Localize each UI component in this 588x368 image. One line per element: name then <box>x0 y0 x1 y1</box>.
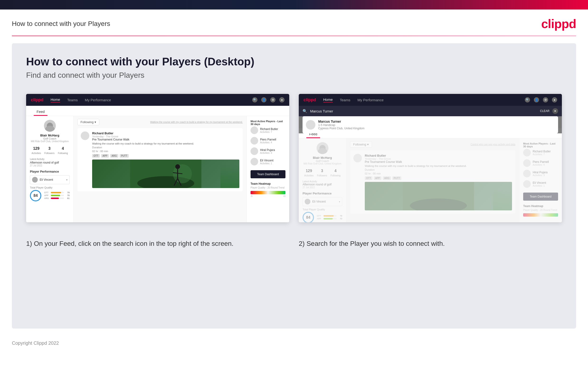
heatmap-labels: -5 +5 <box>251 195 285 197</box>
player-item: Richard Butler Activities: 7 <box>251 127 285 134</box>
tag-putt: PUTT <box>120 154 129 158</box>
nav-myperformance-1[interactable]: My Performance <box>85 98 111 102</box>
settings-icon-2[interactable]: ⚙ <box>543 97 548 102</box>
search-icon[interactable]: 🔍 <box>252 97 257 102</box>
nav-home-2[interactable]: Home <box>323 97 333 102</box>
player-info: Piers Parnell Activities: 4 <box>260 138 285 144</box>
profile-role: Golf Coach <box>30 137 70 140</box>
activity-person: Richard Butler <box>92 131 239 135</box>
right-panel-2: Most Active Players - Last 30 days Richa… <box>519 138 562 222</box>
player-info: Hiral Pujara Activities: 3 <box>260 148 285 154</box>
score-bars: OTT 79 APP 70 <box>44 191 70 200</box>
app-logo-1: clippd <box>31 97 44 102</box>
nav-teams-1[interactable]: Teams <box>67 98 78 102</box>
caption-area: 1) On your Feed, click on the search ico… <box>26 234 562 253</box>
header-divider <box>12 36 576 36</box>
avatar-icon-2[interactable]: ● <box>552 97 557 102</box>
logo: clippd <box>541 17 576 31</box>
activity-meta: Yesterday - The Grove <box>92 135 239 138</box>
player-avatar <box>251 147 258 155</box>
player-name: Piers Parnell <box>533 160 558 164</box>
player-info: Eli Vincent Activities: 1 <box>533 181 558 187</box>
activity-image <box>92 159 239 188</box>
settings-icon[interactable]: ⚙ <box>270 97 275 102</box>
clear-button[interactable]: CLEAR <box>540 109 550 113</box>
result-name: Marcus Turner <box>318 120 365 123</box>
stats-row: 129 Activities 3 Followers 4 Following <box>30 147 70 155</box>
player-item: Hiral Pujara Activities: 3 <box>251 147 285 155</box>
activity-card: Richard Butler Yesterday - The Grove Pre… <box>77 128 243 191</box>
main-heading: How to connect with your Players (Deskto… <box>26 55 562 68</box>
player-avatar <box>523 149 531 156</box>
heatmap-subtitle: Player Quality - 20 Round Trend <box>251 186 285 189</box>
profile-icon[interactable]: 👤 <box>261 97 266 102</box>
player-avatar <box>251 127 258 134</box>
close-button[interactable]: ✕ <box>552 108 558 114</box>
following-button[interactable]: Following ▾ <box>77 119 99 125</box>
nav-teams-2[interactable]: Teams <box>340 98 350 102</box>
profile-name: Blair McHarg <box>30 134 70 137</box>
following-button-2[interactable]: Following ▾ <box>350 141 372 148</box>
player-name: Eli Vincent <box>260 159 285 162</box>
team-dashboard-button-2[interactable]: Team Dashboard <box>523 193 558 201</box>
player-info: Piers Parnell Activities: 4 <box>533 160 558 166</box>
player-name: Richard Butler <box>260 128 285 131</box>
player-activities: Activities: 3 <box>533 174 558 177</box>
player-name: Hiral Pujara <box>260 148 285 152</box>
player-avatar <box>251 137 258 145</box>
main-subheading: Find and connect with your Players <box>26 71 562 80</box>
team-dashboard-button[interactable]: Team Dashboard <box>251 170 285 178</box>
player-item: Hiral Pujara Activities: 3 <box>523 170 558 177</box>
player-item: Piers Parnell Activities: 4 <box>523 159 558 167</box>
screenshot-2: clippd Home Teams My Performance 🔍 👤 ⚙ ● <box>299 94 562 222</box>
player-item: Eli Vincent Activities: 1 <box>523 180 558 188</box>
player-activities: Activities: 1 <box>260 162 285 165</box>
avatar-icon[interactable]: ● <box>279 97 284 102</box>
player-name: Eli Vincent <box>533 181 558 184</box>
nav-icons-2: 🔍 👤 ⚙ ● <box>525 97 557 102</box>
app-content-2: Blair McHarg Golf Coach Mill Ride Golf C… <box>299 138 562 222</box>
stat-activities: 129 Activities <box>32 147 41 155</box>
bar-app: APP 70 <box>44 194 70 197</box>
tag-arg: ARG <box>110 154 118 158</box>
player-name: Richard Butler <box>533 150 558 153</box>
player-activities: Activities: 1 <box>533 184 558 187</box>
dropdown-arrow-icon: ▾ <box>66 179 67 181</box>
player-avatar-sm <box>32 177 38 183</box>
middle-panel-2: Following ▾ Control who can see your act… <box>346 138 519 222</box>
top-bar <box>0 0 588 9</box>
player-select[interactable]: Eli Vincent ▾ <box>30 175 70 184</box>
bar-arg: ARG 61 <box>44 197 70 199</box>
nav-myperformance-2[interactable]: My Performance <box>357 98 384 102</box>
nav-home-1[interactable]: Home <box>51 97 60 102</box>
bar-ott: OTT 79 <box>44 191 70 194</box>
left-panel-1: Blair McHarg Golf Coach Mill Ride Golf C… <box>26 116 74 222</box>
middle-panel-1: Following ▾ Walking the course with my c… <box>74 116 246 222</box>
profile-icon-2[interactable]: 👤 <box>534 97 539 102</box>
latest-activity: Latest Activity Afternoon round of golf … <box>30 158 70 167</box>
result-handicap: 1-5 Handicap <box>318 123 365 127</box>
player-activities: Activities: 4 <box>260 141 285 144</box>
player-name: Hiral Pujara <box>533 171 558 174</box>
duration-value: 02 hr : 00 min <box>92 150 239 153</box>
search-icon-2[interactable]: 🔍 <box>525 97 530 102</box>
feed-tab-1[interactable]: Feed <box>34 108 47 116</box>
heatmap-title: Team Heatmap <box>251 182 285 185</box>
activity-title: Afternoon round of golf <box>30 161 70 164</box>
main-content: How to connect with your Players (Deskto… <box>12 43 576 329</box>
profile-club: Mill Ride Golf Club, United Kingdom <box>30 140 70 143</box>
search-input[interactable]: Marcus Turner <box>310 109 537 113</box>
player-activities: Activities: 4 <box>533 164 558 166</box>
copyright: Copyright Clippd 2022 <box>12 340 59 346</box>
app-navbar-2: clippd Home Teams My Performance 🔍 👤 ⚙ ● <box>299 94 562 106</box>
player-info: Eli Vincent Activities: 1 <box>260 159 285 165</box>
player-activities: Activities: 7 <box>533 153 558 156</box>
nav-icons-1: 🔍 👤 ⚙ ● <box>252 97 284 102</box>
player-name: Piers Parnell <box>260 138 285 141</box>
players-list-1: Richard Butler Activities: 7 Piers Parne… <box>251 127 285 166</box>
stat-following: 4 Following <box>58 147 68 155</box>
stat-followers: 3 Followers <box>44 147 55 155</box>
score-circle: 84 <box>30 190 41 201</box>
profile-section-2: Blair McHarg Golf Coach Mill Ride Golf C… <box>303 142 342 165</box>
search-result[interactable]: Marcus Turner 1-5 Handicap Cypress Point… <box>303 116 558 133</box>
